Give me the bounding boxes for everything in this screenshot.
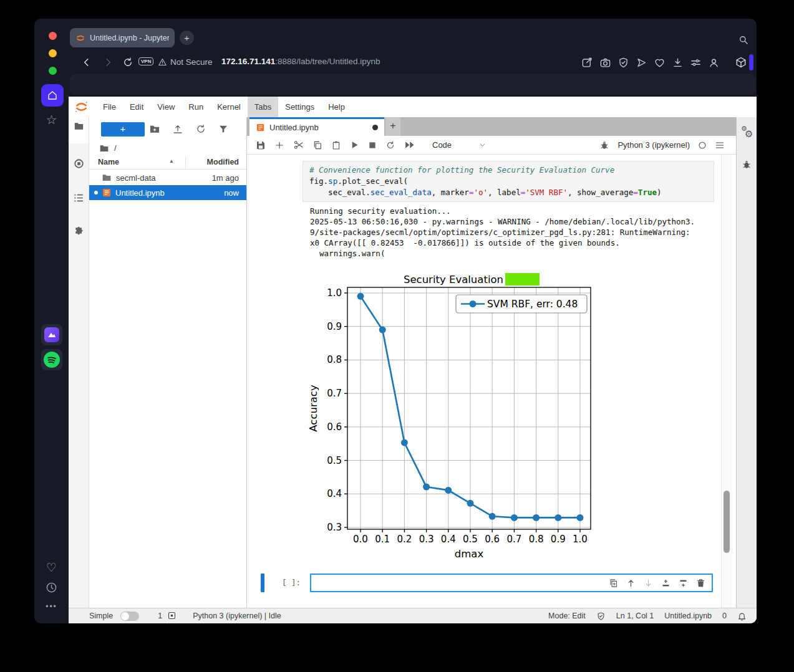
notification-count[interactable]: 0 — [722, 612, 727, 620]
camera-icon[interactable] — [599, 57, 611, 69]
download-icon[interactable] — [672, 57, 684, 69]
file-list-header[interactable]: Name ▲ Modified — [89, 156, 246, 170]
add-cell-icon[interactable] — [274, 140, 284, 150]
notebook-scrollbar-thumb[interactable] — [724, 491, 730, 553]
file-name: secml-data — [116, 173, 156, 183]
cursor-position[interactable]: Ln 1, Col 1 — [616, 612, 654, 620]
restart-kernel-icon[interactable] — [385, 140, 395, 150]
output-line: Running security evaluation... — [310, 206, 695, 216]
paste-cells-icon[interactable] — [331, 140, 341, 150]
menu-run[interactable]: Run — [182, 97, 210, 117]
insert-cell-above-icon[interactable] — [661, 578, 671, 588]
file-row-secml-data[interactable]: secml-data 1m ago — [89, 170, 246, 185]
notebook-icon — [256, 123, 265, 132]
code-lines: # Convenience function for plotting the … — [309, 165, 707, 198]
url-text[interactable]: 172.16.71.141:8888/lab/tree/Untitled.ipy… — [221, 57, 380, 66]
back-icon[interactable] — [81, 57, 92, 68]
shield-check-icon[interactable] — [617, 57, 629, 69]
breadcrumb-folder-icon[interactable] — [99, 143, 109, 153]
history-clock-icon[interactable] — [34, 582, 69, 593]
simple-mode-toggle[interactable] — [120, 612, 139, 621]
column-modified[interactable]: Modified — [207, 158, 239, 166]
close-traffic-light[interactable] — [49, 32, 57, 40]
kernel-name[interactable]: Python 3 (ipykernel) — [617, 140, 690, 150]
delete-cell-icon[interactable] — [696, 578, 705, 588]
file-browser-icon[interactable] — [74, 121, 84, 132]
new-launcher-button[interactable]: + — [101, 122, 145, 137]
home-button[interactable] — [41, 84, 64, 107]
hamburger-menu-icon[interactable] — [715, 140, 725, 150]
property-inspector-gear2-icon[interactable]: ⚙ — [745, 128, 753, 140]
reload-icon[interactable] — [122, 57, 133, 68]
menu-edit[interactable]: Edit — [123, 97, 150, 117]
favorites-heart-icon[interactable]: ♡ — [34, 560, 69, 575]
forward-icon[interactable] — [102, 57, 114, 68]
menu-help[interactable]: Help — [321, 97, 352, 117]
notebook-tab[interactable]: Untitled.ipynb — [249, 117, 384, 136]
code-cell[interactable]: # Convenience function for plotting the … — [303, 161, 714, 202]
stop-kernel-icon[interactable] — [368, 141, 377, 150]
debugger-bug-icon[interactable] — [599, 140, 609, 150]
browser-tab[interactable]: Untitled.ipynb - JupyterL — [70, 28, 175, 47]
send-icon[interactable] — [636, 57, 647, 69]
menu-settings[interactable]: Settings — [278, 97, 321, 117]
svg-text:dmax: dmax — [455, 548, 484, 560]
more-options-icon[interactable]: ••• — [34, 602, 69, 611]
move-cell-up-icon[interactable] — [626, 578, 636, 588]
new-tab-button[interactable]: + — [180, 31, 194, 45]
menu-tabs[interactable]: Tabs — [248, 97, 278, 117]
star-icon[interactable]: ☆ — [34, 112, 69, 127]
cell-type-dropdown[interactable]: Code — [432, 140, 486, 150]
breadcrumb[interactable]: / — [114, 143, 117, 153]
notebook-content[interactable]: # Convenience function for plotting the … — [247, 155, 736, 608]
svg-text:0.1: 0.1 — [375, 534, 390, 545]
debugger-bug-icon[interactable] — [742, 160, 752, 170]
table-of-contents-icon[interactable] — [74, 193, 84, 203]
statusbar-filename[interactable]: Untitled.ipynb — [664, 612, 712, 620]
svg-text:0.4: 0.4 — [441, 534, 456, 545]
file-row-untitled-ipynb[interactable]: Untitled.ipynb now — [89, 185, 246, 200]
refresh-icon[interactable] — [195, 123, 206, 135]
restart-run-all-icon[interactable] — [404, 140, 415, 150]
url-path: :8888/lab/tree/Untitled.ipynb — [275, 57, 380, 66]
minimize-traffic-light[interactable] — [49, 49, 57, 57]
trust-shield-icon[interactable] — [596, 612, 606, 621]
filter-icon[interactable] — [218, 123, 229, 135]
running-kernels-icon[interactable] — [74, 158, 84, 169]
heart-icon[interactable] — [654, 57, 666, 69]
search-icon[interactable] — [738, 34, 749, 46]
menu-file[interactable]: File — [96, 97, 123, 117]
right-sidebar: ⚙ ⚙ — [736, 117, 757, 608]
zoom-traffic-light[interactable] — [49, 67, 57, 75]
bell-icon[interactable] — [737, 612, 747, 621]
run-cell-icon[interactable] — [350, 140, 359, 150]
sidebar-toggle-pill[interactable] — [749, 54, 753, 70]
menu-kernel[interactable]: Kernel — [210, 97, 248, 117]
cut-cells-icon[interactable] — [293, 140, 304, 150]
insert-cell-below-icon[interactable] — [679, 578, 688, 588]
menu-view[interactable]: View — [150, 97, 182, 117]
new-folder-icon[interactable] — [149, 123, 160, 135]
sliders-icon[interactable] — [690, 57, 702, 69]
save-icon[interactable] — [256, 140, 266, 150]
spotify-icon[interactable] — [41, 349, 62, 370]
kernel-count[interactable]: 1 — [158, 612, 162, 620]
kernel-sessions-icon[interactable] — [167, 611, 177, 621]
home-icon — [47, 90, 58, 101]
address-bar[interactable]: VPN Not Secure 172.16.71.141:8888/lab/tr… — [70, 52, 755, 73]
mode-indicator[interactable]: Mode: Edit — [548, 612, 586, 620]
duplicate-cell-icon[interactable] — [609, 578, 618, 588]
new-notebook-tab-button[interactable]: + — [385, 117, 400, 136]
extensions-puzzle-icon[interactable] — [74, 226, 84, 236]
upload-icon[interactable] — [172, 123, 183, 135]
extension-cube-icon[interactable] — [735, 56, 747, 69]
column-name[interactable]: Name — [98, 158, 119, 166]
copy-cells-icon[interactable] — [312, 140, 322, 150]
kernel-status-text[interactable]: Python 3 (ipykernel) | Idle — [193, 612, 281, 620]
kernel-status-icon[interactable] — [698, 141, 707, 150]
profile-icon[interactable] — [708, 57, 720, 69]
notebook-tabbar: Untitled.ipynb + — [247, 117, 736, 136]
empty-code-cell[interactable] — [310, 574, 713, 592]
share-edit-icon[interactable] — [581, 57, 593, 69]
purple-app-icon[interactable] — [41, 324, 62, 345]
